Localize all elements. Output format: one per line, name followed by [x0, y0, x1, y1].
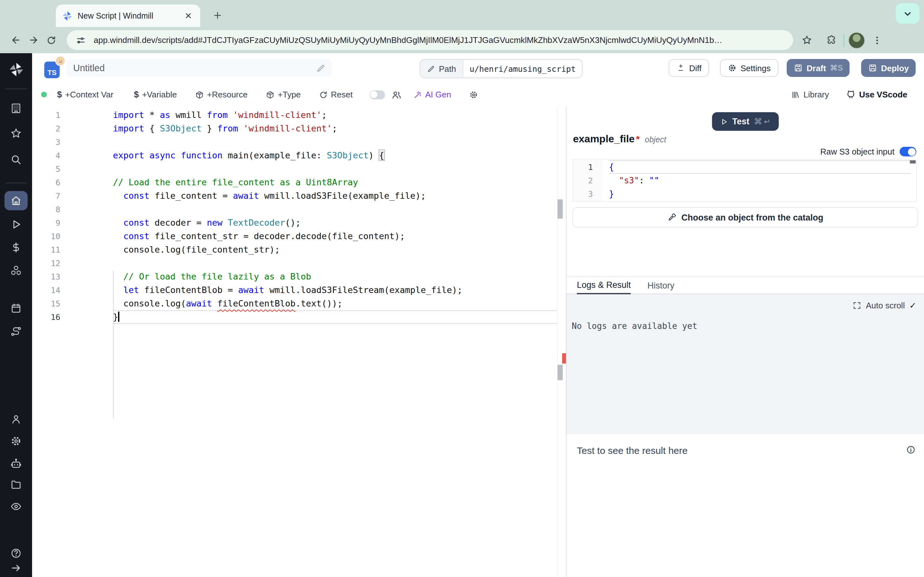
- profile-avatar[interactable]: [848, 32, 865, 48]
- audit-logs-icon: [10, 501, 22, 512]
- favorites-icon: [10, 127, 22, 139]
- json-arg-editor[interactable]: 123 { "s3": ""}: [572, 159, 917, 202]
- reset-button[interactable]: Reset: [318, 90, 352, 99]
- add-resource-button[interactable]: +Resource: [195, 90, 247, 99]
- json-code-lines[interactable]: { "s3": ""}: [609, 160, 911, 201]
- refresh-icon: [318, 90, 328, 99]
- sidebar-item-resources[interactable]: [5, 262, 27, 279]
- auto-scroll-control[interactable]: Auto scroll ✓: [853, 301, 916, 310]
- resources-icon: [10, 265, 22, 276]
- back-button[interactable]: [6, 31, 24, 49]
- line-numbers: 12345678910111213141516: [32, 108, 81, 324]
- sidebar-item-home[interactable]: [5, 191, 27, 210]
- sidebar-item-audit-logs[interactable]: [5, 498, 27, 515]
- browser-tab[interactable]: New Script | Windmill: [56, 5, 200, 27]
- add-context-var-button[interactable]: $ +Context Var: [57, 90, 113, 99]
- test-button[interactable]: Test ⌘: [712, 112, 779, 131]
- argument-type: object: [645, 135, 666, 144]
- site-controls-icon[interactable]: [76, 35, 86, 45]
- windmill-logo[interactable]: [5, 61, 27, 77]
- users-icon: [10, 414, 22, 425]
- choose-object-label: Choose an object from the catalog: [682, 213, 824, 222]
- collab-toggle[interactable]: [369, 90, 384, 99]
- pencil-icon: [427, 64, 435, 73]
- variable-label: +Variable: [142, 90, 177, 99]
- sidebar-item-help[interactable]: [5, 545, 27, 562]
- tab-search-chevron-button[interactable]: [896, 3, 919, 24]
- sidebar-item-runs[interactable]: [5, 216, 27, 233]
- code-line: "s3": "": [609, 174, 911, 187]
- type-label: +Type: [278, 90, 301, 99]
- sidebar-item-settings[interactable]: [5, 433, 27, 450]
- test-label: Test: [732, 117, 750, 126]
- ai-gen-button[interactable]: AI Gen: [413, 90, 451, 99]
- json-scrollbar-thumb[interactable]: [910, 160, 916, 163]
- add-type-button[interactable]: +Type: [266, 90, 301, 99]
- scrollbar-thumb[interactable]: [557, 199, 563, 219]
- windmill-favicon: [62, 11, 73, 21]
- editor-settings-gear-icon[interactable]: [469, 90, 478, 99]
- line-number: 13: [32, 270, 81, 284]
- result-placeholder: Test to see the result here: [577, 445, 688, 456]
- scrollbar-thumb[interactable]: [557, 365, 563, 380]
- runs-icon: [10, 219, 22, 230]
- url-bar[interactable]: app.windmill.dev/scripts/add#JTdCJTIyaGF…: [67, 30, 793, 50]
- line-number: 12: [32, 256, 81, 270]
- line-number: 15: [32, 297, 81, 310]
- save-icon: [868, 63, 877, 73]
- code-editor[interactable]: 12345678910111213141516 import * as wmil…: [32, 107, 566, 577]
- sidebar-item-workspace[interactable]: [5, 100, 27, 117]
- edit-title-pencil-icon[interactable]: [316, 63, 325, 73]
- line-number: 2: [32, 122, 81, 135]
- use-vscode-button[interactable]: Use VScode: [846, 89, 907, 100]
- library-button[interactable]: Library: [791, 90, 829, 99]
- code-line: const file_content = await wmill.loadS3F…: [113, 189, 557, 203]
- library-icon: [791, 90, 800, 99]
- add-variable-button[interactable]: $ +Variable: [134, 90, 177, 99]
- sidebar-item-favorites[interactable]: [5, 125, 27, 142]
- logs-area: Auto scroll ✓ No logs are available yet: [567, 294, 924, 434]
- diff-button[interactable]: Diff: [669, 59, 709, 77]
- path-label: Path: [439, 64, 456, 73]
- info-icon[interactable]: [906, 445, 916, 455]
- text-cursor: [118, 311, 119, 322]
- choose-object-button[interactable]: Choose an object from the catalog: [572, 207, 918, 227]
- sidebar-item-variables[interactable]: [5, 239, 27, 256]
- indent-guide: [113, 271, 113, 419]
- code-lines[interactable]: import * as wmill from 'windmill-client'…: [113, 108, 557, 324]
- workers-icon: [10, 458, 22, 469]
- tab-logs-result[interactable]: Logs & Result: [577, 277, 631, 294]
- extensions-icon[interactable]: [822, 32, 839, 48]
- flows-icon: [10, 326, 22, 337]
- code-line: import * as wmill from 'windmill-client'…: [113, 108, 557, 122]
- multiplayer-icon[interactable]: [391, 89, 401, 100]
- new-tab-button[interactable]: [208, 6, 226, 24]
- settings-button[interactable]: Settings: [720, 59, 779, 77]
- path-value[interactable]: u/henri/amusing_script: [463, 60, 582, 77]
- sidebar-item-collapse-arrow[interactable]: [5, 560, 27, 576]
- code-line: export async function main(example_file:…: [113, 149, 557, 162]
- draft-button[interactable]: Draft ⌘S: [787, 59, 850, 77]
- browser-menu-icon[interactable]: [869, 32, 885, 48]
- line-number: 5: [32, 162, 81, 176]
- sidebar-item-search[interactable]: [5, 151, 27, 168]
- sidebar-item-workers[interactable]: [5, 455, 27, 472]
- sidebar-item-users[interactable]: [5, 411, 27, 428]
- vscode-cat-icon: [846, 89, 856, 100]
- path-field[interactable]: Path u/henri/amusing_script: [420, 59, 583, 78]
- schedules-icon: [10, 303, 22, 314]
- script-title-input[interactable]: Untitled: [67, 59, 332, 77]
- sidebar-item-folders[interactable]: [5, 476, 27, 493]
- code-line: // Or load the file lazily as a Blob: [113, 270, 557, 284]
- tab-history[interactable]: History: [648, 277, 674, 294]
- tab-close-icon[interactable]: [182, 10, 194, 21]
- raw-s3-toggle[interactable]: [900, 147, 916, 156]
- package-icon: [195, 90, 204, 99]
- sidebar-item-schedules[interactable]: [5, 300, 27, 317]
- sidebar-item-flows[interactable]: [5, 323, 27, 340]
- cmd-key: ⌘: [754, 117, 762, 126]
- bookmark-star-icon[interactable]: [798, 32, 815, 48]
- forward-button[interactable]: [24, 31, 42, 49]
- reload-button[interactable]: [42, 31, 60, 49]
- deploy-button[interactable]: Deploy: [861, 59, 916, 77]
